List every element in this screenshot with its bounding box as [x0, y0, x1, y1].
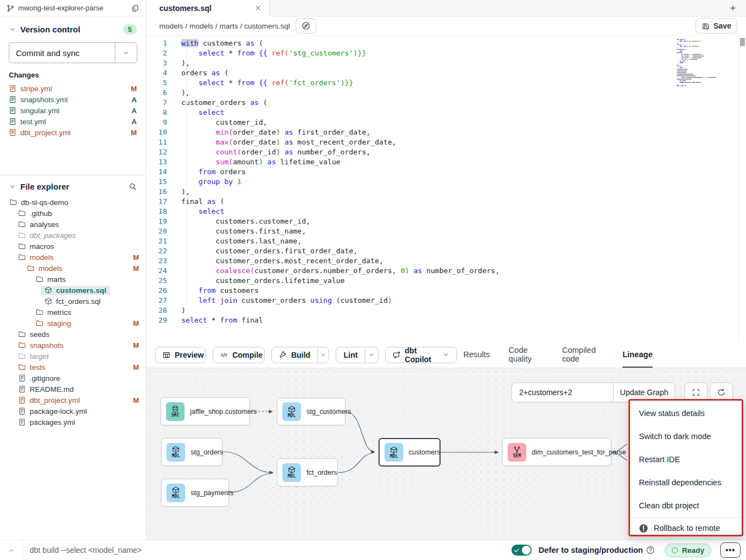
menu-item-restart-ide[interactable]: Restart IDE	[630, 448, 742, 471]
tab-compiled-code[interactable]: Compiled code	[562, 342, 604, 368]
copilot-icon	[393, 351, 400, 359]
tab-results[interactable]: Results	[464, 342, 490, 368]
code-line-content: customers.first_name,	[167, 226, 306, 236]
more-options-button[interactable]: •••	[720, 542, 741, 558]
open-in-explorer-button[interactable]	[296, 18, 316, 34]
line-number: 1	[146, 38, 167, 48]
change-item[interactable]: dbt_project.ymlM	[9, 127, 137, 138]
commit-dropdown-button[interactable]	[115, 43, 137, 63]
tree-item-fct-orders-sql[interactable]: fct_orders.sql	[0, 296, 146, 307]
tree-item-label: .gitignore	[30, 374, 60, 382]
tree-item-marts[interactable]: marts	[0, 274, 146, 285]
menu-item-rollback-to-remote[interactable]: Rollback to remote	[630, 518, 742, 539]
tree-item-status: M	[133, 319, 139, 328]
dbt-copilot-button[interactable]: dbt Copilot	[385, 347, 457, 363]
tree-item-dbt-project-yml[interactable]: dbt_project.ymlM	[0, 395, 146, 406]
version-control-header[interactable]: Version control 5	[9, 24, 137, 35]
minimap[interactable]	[677, 39, 730, 87]
tree-item-models[interactable]: modelsM	[0, 252, 146, 263]
tab-lineage[interactable]: Lineage	[622, 342, 653, 368]
search-icon[interactable]	[129, 182, 137, 191]
code-line-content: customer_orders as (	[167, 98, 268, 108]
tree-item--github[interactable]: .github	[0, 208, 146, 219]
line-number: 8	[146, 108, 167, 118]
collapse-panel-button[interactable]	[0, 540, 23, 560]
node-label: jaffle_shop.customers	[190, 408, 257, 415]
code-editor[interactable]: 1with customers as (2 select * from {{ r…	[146, 35, 746, 342]
tree-item-db-sl-qs-demo[interactable]: db-sl-qs-demo	[0, 197, 146, 208]
lineage-node-dim-customers-test-for-parse[interactable]: SEMdim_customers_test_for_parse	[502, 438, 611, 466]
lineage-node-customers[interactable]: MDLcustomers	[378, 438, 441, 467]
file-explorer-header[interactable]: File explorer	[0, 175, 146, 197]
compile-button[interactable]: Compile	[213, 347, 265, 363]
code-line-content: customers.customer_id,	[167, 217, 310, 226]
lineage-node-fct-orders[interactable]: MDLfct_orders	[277, 458, 338, 486]
tree-item-tests[interactable]: testsM	[0, 362, 146, 373]
tree-item-customers-sql[interactable]: customers.sql	[0, 285, 146, 296]
code-line: 1with customers as (	[146, 38, 746, 48]
copy-icon[interactable]	[131, 4, 139, 12]
tree-item-label: seeds	[30, 330, 49, 339]
tree-item-staging[interactable]: stagingM	[0, 318, 146, 329]
node-type-badge: MDL	[166, 443, 185, 462]
tab-code-quality[interactable]: Code quality	[509, 342, 543, 368]
scrollbar-thumb[interactable]	[740, 38, 745, 46]
line-number: 23	[146, 256, 167, 266]
tree-item--gitignore[interactable]: .gitignore	[0, 373, 146, 384]
tree-item-status: M	[133, 264, 139, 273]
minimap-line	[677, 65, 730, 66]
tree-item-seeds[interactable]: seeds	[0, 329, 146, 340]
tree-item-packages-yml[interactable]: packages.yml	[0, 417, 146, 428]
build-split-button[interactable]: Build	[271, 347, 330, 363]
tree-item-analyses[interactable]: analyses	[0, 219, 146, 230]
tree-item-macros[interactable]: macros	[0, 241, 146, 252]
save-button[interactable]: Save	[695, 18, 737, 34]
tree-item-readme-md[interactable]: README.md	[0, 384, 146, 395]
lint-dropdown-button[interactable]	[365, 347, 378, 363]
line-number: 22	[146, 246, 167, 256]
change-item[interactable]: stripe.ymlM	[9, 83, 137, 94]
defer-toggle[interactable]	[511, 545, 532, 556]
menu-item-clean-dbt-project[interactable]: Clean dbt project	[630, 494, 742, 517]
tab-customers-sql[interactable]: customers.sql	[146, 0, 270, 16]
tree-item-package-lock-yml[interactable]: package-lock.yml	[0, 406, 146, 417]
tree-item-target[interactable]: target	[0, 351, 146, 362]
indent-guide	[186, 48, 187, 306]
status-badge[interactable]: Ready	[665, 544, 711, 557]
new-tab-button[interactable]: +	[720, 0, 746, 16]
menu-item-view-status-details[interactable]: View status details	[630, 402, 742, 425]
change-item[interactable]: test.ymlA	[9, 116, 137, 127]
change-item[interactable]: singular.ymlA	[9, 105, 137, 116]
node-type-badge: SRC	[166, 402, 185, 421]
lineage-node-jaffle-shop-customers[interactable]: SRCjaffle_shop.customers	[160, 397, 250, 425]
lint-split-button[interactable]: Lint	[336, 347, 378, 363]
code-line-content: min(order_date) as first_order_date,	[167, 127, 370, 137]
menu-item-reinstall-dependencies[interactable]: Reinstall dependencies	[630, 471, 742, 494]
tree-item-models[interactable]: modelsM	[0, 263, 146, 274]
lineage-node-stg-orders[interactable]: MDLstg_orders	[161, 438, 222, 466]
lineage-node-stg-customers[interactable]: MDLstg_customers	[277, 398, 346, 425]
menu-item-switch-to-dark-mode[interactable]: Switch to dark mode	[630, 425, 742, 448]
tree-item-snapshots[interactable]: snapshotsM	[0, 340, 146, 351]
preview-button[interactable]: Preview	[155, 347, 206, 363]
editor-tabbar: customers.sql +	[146, 0, 746, 16]
lineage-canvas[interactable]: SRCjaffle_shop.customersMDLstg_customers…	[146, 368, 746, 540]
selector-input[interactable]: 2+customers+2	[512, 388, 613, 397]
code-line-content: )	[167, 306, 186, 315]
command-input[interactable]: dbt build --select <model_name>	[23, 546, 511, 555]
line-number: 15	[146, 177, 167, 187]
tree-item-dbt-packages[interactable]: dbt_packages	[0, 230, 146, 241]
commit-and-sync-button[interactable]: Commit and sync	[9, 42, 137, 63]
help-circle-icon[interactable]	[646, 546, 655, 555]
model-icon	[390, 446, 398, 454]
tree-item-metrics[interactable]: metrics	[0, 307, 146, 318]
code-line-content: select * from final	[167, 315, 263, 325]
dbt-cloud-ide: mwong-test-explorer-parse Version contro…	[0, 0, 746, 560]
build-dropdown-button[interactable]	[318, 347, 329, 363]
lineage-node-stg-payments[interactable]: MDLstg_payments	[161, 479, 229, 507]
change-item[interactable]: snapshots.ymlA	[9, 94, 137, 105]
minimap-line	[677, 51, 730, 52]
node-type-label: SRC	[171, 413, 179, 418]
close-icon[interactable]	[254, 4, 261, 12]
folder-icon	[36, 319, 43, 327]
